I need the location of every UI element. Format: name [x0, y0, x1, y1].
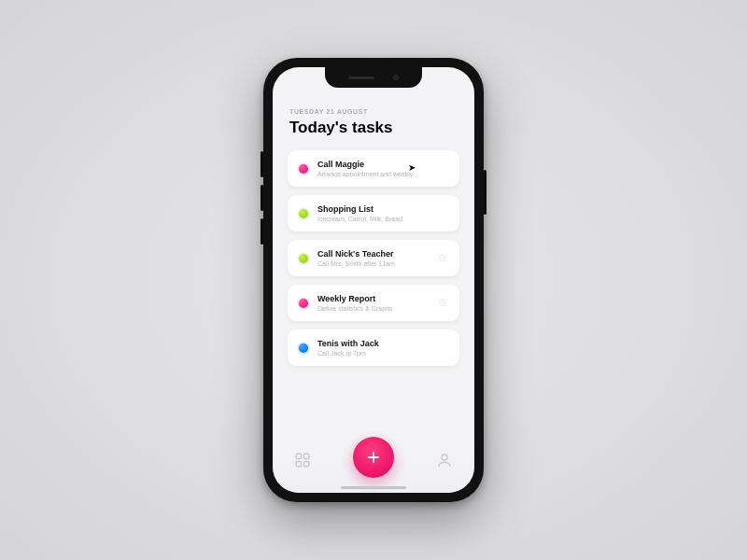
task-subtitle: Icecream, Carrot, Milk, Bread	[317, 216, 448, 222]
task-subtitle: Call Jack at 7pm	[317, 350, 448, 357]
svg-rect-5	[303, 462, 308, 467]
home-indicator[interactable]	[341, 486, 406, 489]
task-title: Tenis with Jack	[317, 339, 448, 348]
notch	[325, 67, 422, 88]
category-dot-icon	[299, 343, 308, 353]
profile-icon[interactable]	[436, 452, 453, 472]
speaker	[348, 77, 374, 79]
tab-bar	[273, 439, 474, 493]
app-content: TUESDAY 21 AUGUST Today's tasks Call Mag…	[273, 67, 474, 493]
task-text: Call Maggie Arrange appointment and week…	[317, 160, 448, 177]
alarm-icon	[437, 295, 448, 312]
task-card[interactable]: Weekly Report Define statistics & Graphs	[288, 285, 459, 321]
alarm-icon	[437, 250, 448, 267]
front-camera	[393, 75, 399, 80]
task-title: Shopping List	[317, 204, 448, 214]
category-dot-icon	[299, 164, 308, 174]
dashboard-icon[interactable]	[294, 452, 311, 472]
task-text: Tenis with Jack Call Jack at 7pm	[317, 339, 448, 357]
task-subtitle: Call Mrs. Smith after 11am	[317, 260, 428, 267]
screen: TUESDAY 21 AUGUST Today's tasks Call Mag…	[273, 67, 474, 493]
task-text: Weekly Report Define statistics & Graphs	[317, 294, 428, 312]
task-subtitle: Define statistics & Graphs	[317, 305, 428, 312]
task-list: Call Maggie Arrange appointment and week…	[288, 150, 459, 366]
task-text: Call Nick's Teacher Call Mrs. Smith afte…	[317, 249, 428, 267]
page-title: Today's tasks	[289, 119, 459, 137]
svg-point-6	[442, 455, 447, 460]
task-card[interactable]: Tenis with Jack Call Jack at 7pm	[288, 329, 459, 366]
task-subtitle: Arrange appointment and weekly…	[317, 171, 448, 177]
svg-rect-2	[296, 454, 301, 458]
task-card[interactable]: Call Maggie Arrange appointment and week…	[288, 150, 459, 187]
svg-rect-3	[303, 454, 308, 458]
add-task-button[interactable]	[353, 437, 394, 478]
category-dot-icon	[299, 209, 308, 218]
date-label: TUESDAY 21 AUGUST	[289, 108, 459, 115]
task-text: Shopping List Icecream, Carrot, Milk, Br…	[317, 204, 448, 222]
task-card[interactable]: Call Nick's Teacher Call Mrs. Smith afte…	[288, 240, 459, 276]
task-title: Call Nick's Teacher	[317, 249, 428, 259]
task-card[interactable]: Shopping List Icecream, Carrot, Milk, Br…	[288, 195, 459, 231]
phone-frame: TUESDAY 21 AUGUST Today's tasks Call Mag…	[263, 58, 484, 502]
task-title: Call Maggie	[317, 160, 448, 169]
task-title: Weekly Report	[317, 294, 428, 303]
category-dot-icon	[299, 299, 308, 308]
category-dot-icon	[299, 254, 308, 263]
svg-rect-4	[296, 462, 301, 467]
